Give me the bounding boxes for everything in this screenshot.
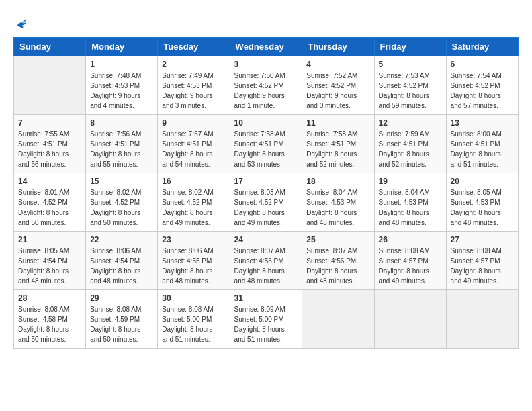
calendar-week-row: 1Sunrise: 7:48 AM Sunset: 4:53 PM Daylig… [14,56,519,115]
day-number: 23 [162,235,225,244]
day-info: Sunrise: 7:56 AM Sunset: 4:51 PM Dayligh… [90,129,153,169]
day-number: 26 [379,235,442,244]
page-header [13,13,519,30]
calendar-cell: 15Sunrise: 8:02 AM Sunset: 4:52 PM Dayli… [86,173,158,232]
calendar-cell: 31Sunrise: 8:09 AM Sunset: 5:00 PM Dayli… [230,290,302,349]
day-info: Sunrise: 8:02 AM Sunset: 4:52 PM Dayligh… [162,187,225,228]
day-info: Sunrise: 8:08 AM Sunset: 4:59 PM Dayligh… [90,304,153,345]
calendar-cell: 18Sunrise: 8:04 AM Sunset: 4:53 PM Dayli… [302,173,374,232]
calendar-cell: 1Sunrise: 7:48 AM Sunset: 4:53 PM Daylig… [86,56,158,115]
day-info: Sunrise: 8:03 AM Sunset: 4:52 PM Dayligh… [234,187,298,228]
calendar-week-row: 28Sunrise: 8:08 AM Sunset: 4:58 PM Dayli… [14,290,519,349]
calendar-cell: 25Sunrise: 8:07 AM Sunset: 4:56 PM Dayli… [302,232,374,290]
day-number: 20 [451,177,514,186]
day-number: 28 [18,293,81,303]
day-info: Sunrise: 8:07 AM Sunset: 4:56 PM Dayligh… [306,246,369,286]
calendar-cell: 3Sunrise: 7:50 AM Sunset: 4:52 PM Daylig… [230,56,302,115]
day-info: Sunrise: 8:06 AM Sunset: 4:55 PM Dayligh… [162,246,225,286]
calendar-cell: 6Sunrise: 7:54 AM Sunset: 4:52 PM Daylig… [446,56,518,115]
calendar-cell: 16Sunrise: 8:02 AM Sunset: 4:52 PM Dayli… [158,173,230,232]
day-info: Sunrise: 7:48 AM Sunset: 4:53 PM Dayligh… [90,71,153,111]
day-number: 12 [379,118,442,128]
logo-bird-icon [15,17,28,30]
calendar-day-header: Sunday [14,38,86,56]
day-number: 25 [306,235,369,244]
calendar-cell: 12Sunrise: 7:59 AM Sunset: 4:51 PM Dayli… [374,115,446,173]
calendar-body: 1Sunrise: 7:48 AM Sunset: 4:53 PM Daylig… [14,56,519,349]
calendar-day-header: Saturday [446,38,518,56]
day-number: 15 [90,177,153,186]
calendar-cell [446,290,518,349]
day-info: Sunrise: 7:59 AM Sunset: 4:51 PM Dayligh… [379,129,442,169]
day-info: Sunrise: 7:54 AM Sunset: 4:52 PM Dayligh… [451,71,514,111]
calendar-day-header: Tuesday [158,38,230,56]
day-info: Sunrise: 8:04 AM Sunset: 4:53 PM Dayligh… [306,187,369,228]
calendar-cell: 2Sunrise: 7:49 AM Sunset: 4:53 PM Daylig… [158,56,230,115]
calendar-cell: 13Sunrise: 8:00 AM Sunset: 4:51 PM Dayli… [446,115,518,173]
day-number: 6 [451,60,514,69]
day-info: Sunrise: 8:08 AM Sunset: 5:00 PM Dayligh… [162,304,225,345]
day-number: 9 [162,118,225,128]
day-info: Sunrise: 7:50 AM Sunset: 4:52 PM Dayligh… [234,71,298,111]
calendar-day-header: Friday [374,38,446,56]
day-number: 31 [234,293,298,303]
calendar-day-header: Wednesday [230,38,302,56]
day-info: Sunrise: 8:08 AM Sunset: 4:57 PM Dayligh… [451,246,514,286]
calendar-week-row: 7Sunrise: 7:55 AM Sunset: 4:51 PM Daylig… [14,115,519,173]
calendar-cell: 28Sunrise: 8:08 AM Sunset: 4:58 PM Dayli… [14,290,86,349]
day-info: Sunrise: 7:52 AM Sunset: 4:52 PM Dayligh… [306,71,369,111]
day-number: 8 [90,118,153,128]
calendar-cell [14,56,86,115]
calendar-day-header: Thursday [302,38,374,56]
calendar-cell: 20Sunrise: 8:05 AM Sunset: 4:53 PM Dayli… [446,173,518,232]
day-number: 1 [90,60,153,69]
day-info: Sunrise: 8:02 AM Sunset: 4:52 PM Dayligh… [90,187,153,228]
day-number: 11 [306,118,369,128]
day-number: 17 [234,177,298,186]
calendar-week-row: 14Sunrise: 8:01 AM Sunset: 4:52 PM Dayli… [14,173,519,232]
calendar-cell: 10Sunrise: 7:58 AM Sunset: 4:51 PM Dayli… [230,115,302,173]
day-number: 5 [379,60,442,69]
day-number: 7 [18,118,81,128]
calendar-cell: 23Sunrise: 8:06 AM Sunset: 4:55 PM Dayli… [158,232,230,290]
day-info: Sunrise: 7:53 AM Sunset: 4:52 PM Dayligh… [379,71,442,111]
day-info: Sunrise: 8:09 AM Sunset: 5:00 PM Dayligh… [234,304,298,345]
day-info: Sunrise: 8:06 AM Sunset: 4:54 PM Dayligh… [90,246,153,286]
day-info: Sunrise: 7:58 AM Sunset: 4:51 PM Dayligh… [234,129,298,169]
calendar-cell: 21Sunrise: 8:05 AM Sunset: 4:54 PM Dayli… [14,232,86,290]
day-number: 18 [306,177,369,186]
calendar-cell: 19Sunrise: 8:04 AM Sunset: 4:53 PM Dayli… [374,173,446,232]
day-number: 16 [162,177,225,186]
day-info: Sunrise: 8:05 AM Sunset: 4:53 PM Dayligh… [451,187,514,228]
calendar-cell: 5Sunrise: 7:53 AM Sunset: 4:52 PM Daylig… [374,56,446,115]
calendar-cell: 7Sunrise: 7:55 AM Sunset: 4:51 PM Daylig… [14,115,86,173]
day-info: Sunrise: 8:08 AM Sunset: 4:57 PM Dayligh… [379,246,442,286]
day-number: 14 [18,177,81,186]
day-number: 3 [234,60,298,69]
calendar-day-header: Monday [86,38,158,56]
day-number: 10 [234,118,298,128]
day-number: 30 [162,293,225,303]
day-number: 2 [162,60,225,69]
day-info: Sunrise: 7:58 AM Sunset: 4:51 PM Dayligh… [306,129,369,169]
calendar-cell: 14Sunrise: 8:01 AM Sunset: 4:52 PM Dayli… [14,173,86,232]
day-number: 4 [306,60,369,69]
day-number: 29 [90,293,153,303]
calendar-cell: 4Sunrise: 7:52 AM Sunset: 4:52 PM Daylig… [302,56,374,115]
day-info: Sunrise: 8:07 AM Sunset: 4:55 PM Dayligh… [234,246,298,286]
calendar-cell: 22Sunrise: 8:06 AM Sunset: 4:54 PM Dayli… [86,232,158,290]
day-info: Sunrise: 8:04 AM Sunset: 4:53 PM Dayligh… [379,187,442,228]
day-number: 22 [90,235,153,244]
day-info: Sunrise: 8:05 AM Sunset: 4:54 PM Dayligh… [18,246,81,286]
calendar-cell: 27Sunrise: 8:08 AM Sunset: 4:57 PM Dayli… [446,232,518,290]
calendar-cell: 30Sunrise: 8:08 AM Sunset: 5:00 PM Dayli… [158,290,230,349]
day-info: Sunrise: 8:08 AM Sunset: 4:58 PM Dayligh… [18,304,81,345]
day-info: Sunrise: 7:57 AM Sunset: 4:51 PM Dayligh… [162,129,225,169]
calendar-cell: 17Sunrise: 8:03 AM Sunset: 4:52 PM Dayli… [230,173,302,232]
calendar-header-row: SundayMondayTuesdayWednesdayThursdayFrid… [14,38,519,56]
calendar-cell [302,290,374,349]
day-number: 21 [18,235,81,244]
calendar-cell: 24Sunrise: 8:07 AM Sunset: 4:55 PM Dayli… [230,232,302,290]
logo [13,17,28,30]
day-number: 27 [451,235,514,244]
